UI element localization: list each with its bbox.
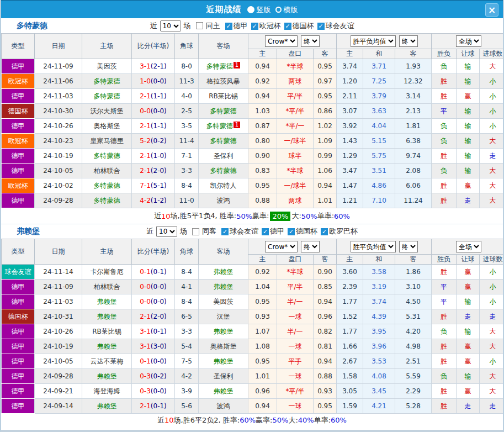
team-name: 多特蒙德 xyxy=(94,152,120,160)
avg-home: 1.58 xyxy=(337,369,363,384)
half-time-score: (3-0) xyxy=(151,343,167,350)
competition-label[interactable]: 德甲 xyxy=(270,227,284,235)
competition-checkbox[interactable] xyxy=(321,228,328,235)
home-team-cell: 弗赖堡 xyxy=(82,369,132,384)
odds-away: 0.88 xyxy=(314,369,337,384)
team-name: RB莱比锡 xyxy=(92,328,121,335)
home-team-cell: 卡尔斯鲁厄 xyxy=(82,265,132,280)
radio-horizontal-icon[interactable] xyxy=(275,7,282,13)
result-goals: 大 xyxy=(480,193,504,208)
team-name: 多特蒙德 xyxy=(210,107,237,115)
avg-select[interactable]: 胜平负均值 xyxy=(351,35,396,47)
competition-label[interactable]: 球会友谊 xyxy=(230,227,258,235)
competition-label[interactable]: 德甲 xyxy=(234,22,248,30)
away-team-cell: 多特蒙德1 xyxy=(199,119,248,134)
half-time-score: (2-1) xyxy=(151,62,167,70)
red-card-badge: 1 xyxy=(234,62,240,69)
team-name: 海登海姆 xyxy=(94,387,120,395)
league-badge: 德甲 xyxy=(2,294,35,309)
col-away: 客场 xyxy=(199,239,248,265)
avg-select[interactable]: 胜平负均值 xyxy=(351,241,396,252)
result-goals: 走 xyxy=(480,309,504,324)
competition-checkbox[interactable] xyxy=(317,23,325,30)
match-row: 德甲24-10-19弗赖堡3-1(3-0)5-4奥格斯堡1.08一球0.811.… xyxy=(2,339,504,354)
league-badge: 德甲 xyxy=(2,354,35,369)
handicap: 一/球半 xyxy=(277,134,314,149)
competition-label[interactable]: 球会友谊 xyxy=(326,22,354,30)
result-handicap: 赢 xyxy=(457,280,480,294)
result-goals: 走 xyxy=(480,149,504,164)
result-goals: 大 xyxy=(480,164,504,178)
score-cell: 3-1(3-0) xyxy=(132,339,175,354)
odds-away: 0.95 xyxy=(314,89,337,104)
competition-checkbox[interactable] xyxy=(262,228,269,235)
avg-away: 4.98 xyxy=(395,339,432,354)
scope-select[interactable]: 全场 xyxy=(456,35,481,47)
odds-company-select[interactable]: Crow* xyxy=(265,35,298,47)
odds-time-select[interactable]: 终 xyxy=(301,241,320,252)
team-title: 弗赖堡 xyxy=(17,226,40,236)
sub-handicap: 盘口 xyxy=(277,49,314,59)
match-row: 德甲24-09-28弗赖堡0-3(0-2)4-2圣保利1.01一球0.881.5… xyxy=(2,369,504,384)
corner-cell: 8-4 xyxy=(175,294,199,309)
col-home: 主场 xyxy=(82,34,132,59)
odds-company-select[interactable]: Crow* xyxy=(265,241,298,252)
competition-checkbox[interactable] xyxy=(221,228,229,235)
away-team-cell: 格拉茨风暴 xyxy=(199,74,248,89)
team-name: 圣保利 xyxy=(214,372,234,380)
corner-cell: 4-2 xyxy=(175,369,199,384)
same-venue-label[interactable]: 同客 xyxy=(202,226,216,236)
summary-segment: 赢率: xyxy=(252,211,269,221)
avg-home: 2.11 xyxy=(337,89,363,104)
team-name: 弗赖堡 xyxy=(214,283,234,291)
corner-cell: 4-0 xyxy=(175,89,199,104)
competition-label[interactable]: 德国杯 xyxy=(296,227,317,235)
corner-cell: 3-9 xyxy=(175,384,199,399)
handicap: *半球 xyxy=(277,164,314,178)
half-time-score: (1-0) xyxy=(151,152,167,160)
radio-horizontal-label[interactable]: 横版 xyxy=(284,5,298,15)
recent-count-select[interactable]: 10 xyxy=(160,20,181,31)
same-venue-label[interactable]: 同主 xyxy=(206,21,220,31)
avg-draw: 7.10 xyxy=(363,193,395,208)
handicap: *半球 xyxy=(277,265,314,280)
score-cell: 2-1(0-1) xyxy=(132,399,175,414)
competition-checkbox[interactable] xyxy=(251,23,258,30)
competition-label[interactable]: 欧冠杯 xyxy=(259,22,281,30)
result-wdl: 胜 xyxy=(432,339,457,354)
away-team-cell: 多特蒙德 xyxy=(199,164,248,178)
avg-time-select[interactable]: 终 xyxy=(399,35,418,47)
half-time-score: (1-2) xyxy=(151,197,167,204)
odds-home: 0.92 xyxy=(248,74,277,89)
competition-checkbox[interactable] xyxy=(288,228,295,235)
same-venue-checkbox[interactable] xyxy=(192,228,199,235)
competition-label[interactable]: 德国杯 xyxy=(293,22,314,30)
avg-draw: 3.79 xyxy=(363,89,395,104)
recent-results-dialog: 近期战绩 竖版 横版 × 多特蒙德 近 10 场 同主 德甲欧冠杯德国杯球会友谊 xyxy=(0,0,504,432)
half-time-score: (0-0) xyxy=(151,357,167,365)
avg-time-select[interactable]: 终 xyxy=(399,241,418,252)
avg-away: 11.24 xyxy=(395,193,432,208)
close-button[interactable]: × xyxy=(485,3,498,17)
sub-goals-result: 进球数 xyxy=(480,255,504,265)
summary-segment: 60% xyxy=(240,416,256,424)
match-date: 24-11-03 xyxy=(35,89,82,104)
league-badge: 德国杯 xyxy=(2,104,35,119)
avg-away: 5.59 xyxy=(395,369,432,384)
same-venue-checkbox[interactable] xyxy=(196,22,203,29)
odds-time-select[interactable]: 终 xyxy=(301,35,320,47)
full-time-score: 2-1 xyxy=(140,122,151,130)
competition-checkbox[interactable] xyxy=(284,23,291,30)
result-wdl: 负 xyxy=(432,164,457,178)
home-team-cell: 多特蒙德 xyxy=(82,178,132,193)
competition-checkbox[interactable] xyxy=(225,23,232,30)
result-handicap: 赢 xyxy=(457,354,480,369)
summary-segment: 赢率: xyxy=(256,415,272,425)
team-name: 沃尔夫斯堡 xyxy=(91,107,124,115)
recent-count-select[interactable]: 10 xyxy=(156,226,177,237)
radio-vertical-icon[interactable] xyxy=(247,6,254,13)
scope-select[interactable]: 全场 xyxy=(456,241,481,252)
competition-label[interactable]: 欧罗巴杯 xyxy=(329,227,358,235)
radio-vertical-label[interactable]: 竖版 xyxy=(257,5,271,15)
away-team-cell: 弗赖堡 xyxy=(199,265,248,280)
